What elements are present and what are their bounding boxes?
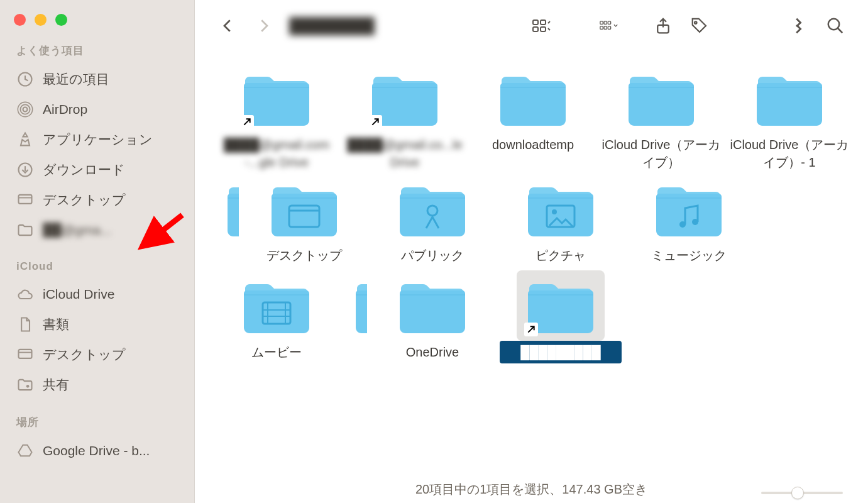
svg-rect-3 — [533, 27, 538, 31]
folder-name: OneDrive — [371, 341, 493, 363]
shortcut-badge-icon — [524, 323, 538, 336]
group-button[interactable] — [594, 11, 624, 41]
sidebar-item-label: デスクトップ — [43, 346, 126, 363]
sidebar-item-fav[interactable]: ダウンロード — [0, 155, 194, 185]
sidebar-item-fav[interactable]: アプリケーション — [0, 124, 194, 155]
desktop-icon — [16, 346, 34, 363]
svg-rect-5 — [600, 21, 603, 24]
view-icons-button[interactable] — [526, 11, 556, 41]
status-bar: 20項目中の1項目を選択、147.43 GB空き — [195, 481, 868, 498]
sidebar-item-fav[interactable]: ██@gma... — [0, 215, 194, 245]
folder-icon — [233, 270, 321, 341]
sidebar-item-label: 共有 — [43, 376, 69, 394]
folder-item[interactable]: ムービー — [214, 270, 339, 363]
sidebar-item-label: アプリケーション — [43, 131, 153, 148]
folder-item[interactable]: パブリック — [370, 174, 495, 267]
folder-item[interactable]: ピクチャ — [498, 174, 624, 267]
sidebar-item-label: デスクトップ — [43, 191, 126, 209]
tags-button[interactable] — [684, 11, 715, 41]
slider-knob[interactable] — [791, 487, 804, 499]
folder-icon — [344, 270, 367, 341]
sidebar: よく使う項目 最近の項目 AirDrop アプリケーション ダウンロード デスク… — [0, 0, 195, 503]
sidebar-item-loc[interactable]: Google Drive - b... — [0, 436, 194, 466]
svg-rect-7 — [608, 21, 610, 24]
folder-icon — [260, 174, 348, 244]
folder-item[interactable]: デスクトップ — [241, 174, 367, 267]
forward-button[interactable] — [249, 11, 279, 41]
folder-item[interactable]: OneDrive — [370, 270, 495, 363]
folder-item[interactable]: downloadtemp — [470, 63, 596, 170]
folder-icon — [233, 63, 321, 133]
folder-icon — [361, 63, 449, 133]
minimize-button[interactable] — [35, 14, 47, 26]
folder-item[interactable] — [342, 270, 367, 363]
share-button[interactable] — [648, 11, 678, 41]
cloud-icon — [16, 285, 34, 303]
svg-point-13 — [828, 19, 840, 30]
shortcut-badge-icon — [240, 115, 254, 129]
folder-item[interactable]: iCloud Drive（アーカイブ）- 1 — [727, 63, 852, 170]
airdrop-icon — [16, 101, 34, 118]
svg-rect-4 — [541, 27, 546, 31]
toolbar: ████████ — [195, 0, 868, 52]
folder-name: ████@gmail.com -...gle Drive — [216, 133, 338, 170]
sidebar-item-label: ██@gma... — [43, 223, 111, 238]
folder-name: ムービー — [216, 341, 338, 363]
sidebar-section-icloud: iCloud — [0, 257, 194, 279]
svg-point-21 — [692, 219, 698, 225]
sidebar-item-fav[interactable]: AirDrop — [0, 94, 194, 124]
folder-icon — [517, 174, 605, 244]
sidebar-item-icloud[interactable]: デスクトップ — [0, 340, 194, 370]
sidebar-item-fav[interactable]: 最近の項目 — [0, 64, 194, 94]
window-controls — [0, 8, 194, 40]
folder-name: ピクチャ — [500, 244, 622, 267]
sidebar-item-label: iCloud Drive — [43, 287, 114, 302]
folder-item[interactable]: ████@gmail.co...le Drive — [342, 63, 468, 170]
search-button[interactable] — [820, 11, 850, 41]
folder-name: █████████ — [500, 341, 622, 363]
folder-name: iCl — [216, 244, 239, 267]
folder-icon — [388, 270, 476, 341]
folder-item[interactable]: ████@gmail.com -...gle Drive — [214, 63, 339, 170]
folder-item[interactable]: █████████ — [498, 270, 624, 363]
folder-icon — [216, 174, 239, 244]
back-button[interactable] — [212, 11, 243, 41]
folder-name: downloadtemp — [472, 133, 594, 156]
sidebar-section-favorites: よく使う項目 — [0, 40, 194, 64]
svg-point-12 — [695, 21, 697, 24]
apps-icon — [16, 131, 34, 148]
close-button[interactable] — [14, 14, 26, 26]
sidebar-item-label: 書類 — [43, 316, 69, 333]
folder-name — [344, 341, 367, 346]
folder-item[interactable]: iCl — [214, 174, 239, 267]
sidebar-item-label: 最近の項目 — [43, 70, 109, 88]
overflow-button[interactable] — [784, 11, 814, 41]
folder-name: iCloud Drive（アーカイブ） — [600, 133, 722, 170]
svg-rect-8 — [600, 26, 603, 29]
svg-point-19 — [552, 209, 557, 214]
folder-icon — [388, 174, 476, 244]
folder-icon — [16, 221, 34, 239]
folder-icon — [745, 63, 833, 133]
sidebar-item-icloud[interactable]: 書類 — [0, 309, 194, 340]
finder-window: よく使う項目 最近の項目 AirDrop アプリケーション ダウンロード デスク… — [0, 0, 868, 503]
maximize-button[interactable] — [55, 14, 67, 26]
clock-icon — [16, 70, 34, 88]
sidebar-section-locations: 場所 — [0, 411, 194, 436]
sidebar-item-icloud[interactable]: 共有 — [0, 370, 194, 400]
doc-icon — [16, 316, 34, 333]
svg-line-14 — [838, 28, 843, 33]
gdrive-icon — [16, 442, 34, 460]
svg-rect-1 — [533, 20, 538, 25]
folder-name: パブリック — [371, 244, 493, 267]
folder-icon — [517, 270, 605, 341]
folder-item[interactable]: iCloud Drive（アーカイブ） — [598, 63, 724, 170]
svg-point-20 — [679, 221, 686, 228]
sidebar-item-fav[interactable]: デスクトップ — [0, 185, 194, 215]
icon-size-slider[interactable] — [761, 492, 843, 494]
sidebar-item-label: ダウンロード — [43, 161, 125, 179]
svg-rect-2 — [541, 20, 546, 25]
folder-item[interactable]: ミュージック — [626, 174, 752, 267]
desktop-icon — [16, 191, 34, 209]
sidebar-item-icloud[interactable]: iCloud Drive — [0, 279, 194, 309]
